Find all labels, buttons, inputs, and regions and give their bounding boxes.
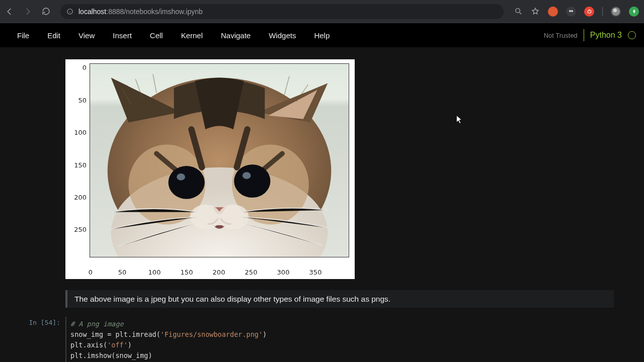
menu-view[interactable]: View: [69, 26, 104, 45]
markdown-cell[interactable]: The above image is a jpeg but you can al…: [65, 290, 614, 308]
menu-edit[interactable]: Edit: [38, 26, 69, 45]
xtick: 150: [181, 268, 193, 276]
ytick: 100: [74, 129, 87, 136]
input-prompt: In [54]:: [25, 317, 65, 362]
xtick: 350: [309, 268, 322, 276]
bookmark-star-icon[interactable]: [531, 7, 540, 16]
nav-controls: [5, 7, 50, 16]
svg-point-16: [243, 172, 251, 179]
code-token: ): [128, 341, 132, 349]
extension-icon[interactable]: [566, 7, 576, 17]
code-comment: # A png image: [70, 320, 124, 328]
browser-actions: [514, 7, 639, 17]
reload-button[interactable]: [41, 7, 50, 16]
menu-insert[interactable]: Insert: [104, 26, 141, 45]
menu-help[interactable]: Help: [305, 26, 339, 45]
markdown-text: The above image is a jpeg but you can al…: [74, 293, 607, 305]
notebook-menu-bar: File Edit View Insert Cell Kernel Naviga…: [0, 23, 644, 47]
extension-power-icon[interactable]: [584, 7, 594, 17]
svg-point-3: [515, 9, 520, 13]
svg-point-14: [234, 164, 270, 198]
ytick: 50: [78, 97, 87, 104]
xtick: 50: [118, 268, 127, 276]
ytick: 0: [83, 64, 87, 71]
menu-kernel[interactable]: Kernel: [172, 26, 212, 45]
kernel-name[interactable]: Python 3: [590, 31, 622, 40]
info-icon: [66, 8, 73, 15]
code-token: ): [263, 330, 267, 338]
output-figure-cell: 0 50 100 150 200 250 0 50 100 150 200 25…: [15, 59, 629, 279]
svg-line-4: [519, 13, 521, 15]
code-token: =: [107, 330, 115, 338]
menu-widgets[interactable]: Widgets: [260, 26, 305, 45]
xtick: 300: [277, 268, 290, 276]
address-bar[interactable]: localhost:8888/notebooks/imshow.ipynb: [60, 4, 504, 19]
menu-file[interactable]: File: [8, 26, 38, 45]
kitten-image: [90, 64, 349, 257]
back-button[interactable]: [5, 7, 14, 16]
code-token: 'off': [107, 341, 128, 349]
profile-avatar-icon[interactable]: [611, 7, 621, 17]
trust-indicator[interactable]: Not Trusted: [544, 32, 578, 39]
browser-toolbar: localhost:8888/notebooks/imshow.ipynb: [0, 0, 644, 23]
code-token: plt.imread(: [115, 330, 160, 338]
code-token: plt.axis(: [70, 341, 107, 349]
forward-button[interactable]: [23, 7, 32, 16]
code-body[interactable]: # A png image snow_img = plt.imread('Fig…: [65, 317, 267, 362]
matplotlib-figure: 0 50 100 150 200 250 0 50 100 150 200 25…: [65, 59, 355, 279]
notebook-area[interactable]: 0 50 100 150 200 250 0 50 100 150 200 25…: [0, 47, 644, 362]
code-token: plt.imshow(snow_img): [70, 351, 152, 359]
ytick: 250: [74, 226, 87, 233]
menu-cell[interactable]: Cell: [141, 26, 172, 45]
code-cell[interactable]: In [54]: # A png image snow_img = plt.im…: [15, 317, 629, 362]
kernel-status-icon: [628, 31, 636, 39]
xtick: 100: [148, 268, 161, 276]
svg-point-15: [177, 173, 185, 180]
xtick: 0: [89, 268, 93, 276]
ytick: 150: [74, 161, 87, 169]
extension-green-icon[interactable]: [629, 7, 639, 17]
plot-image-area: [90, 63, 349, 257]
code-token: 'Figures/snowboarder.png': [160, 330, 263, 338]
svg-point-5: [569, 10, 571, 12]
svg-point-13: [169, 166, 205, 199]
code-token: snow_img: [70, 330, 107, 338]
ytick: 200: [74, 194, 87, 201]
xtick: 250: [245, 268, 258, 276]
search-icon[interactable]: [514, 7, 523, 16]
svg-point-6: [571, 10, 573, 12]
separator: [584, 29, 584, 41]
separator: [602, 7, 603, 16]
xtick: 200: [213, 268, 225, 276]
url-text: localhost:8888/notebooks/imshow.ipynb: [78, 8, 203, 16]
menu-navigate[interactable]: Navigate: [212, 26, 260, 45]
extension-duckduckgo-icon[interactable]: [548, 7, 558, 17]
